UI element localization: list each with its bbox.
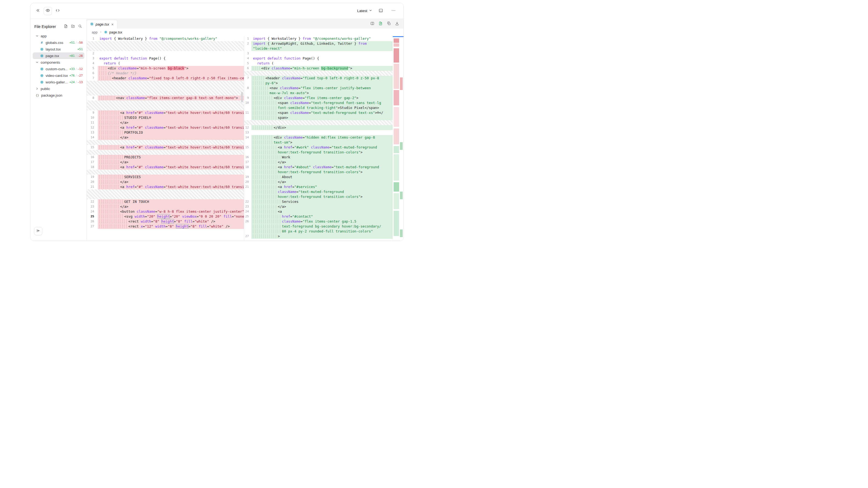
code-line-8[interactable]: 8 <nav className="flex items-center gap-… bbox=[87, 96, 244, 100]
code-text[interactable]: <header className="fixed top-0 left-0 ri… bbox=[251, 76, 393, 86]
code-text[interactable]: <a href="#" className="text-white hover:… bbox=[98, 145, 244, 150]
code-line-25[interactable]: 25 href="#contact" bbox=[244, 214, 393, 219]
code-line-22[interactable]: 22 GET IN TOUCH bbox=[87, 199, 244, 204]
tree-item-package.json[interactable]: {}package.json bbox=[33, 92, 84, 99]
code-text[interactable]: <a href="#about" className="text-muted-f… bbox=[251, 165, 393, 174]
code-line-15[interactable]: 15 <a href="#" className="text-white hov… bbox=[87, 145, 244, 150]
code-text[interactable]: <nav className="flex items-center justif… bbox=[251, 86, 393, 96]
code-text[interactable]: </a> bbox=[98, 135, 244, 140]
diff-pane-old[interactable]: 1import { WorksGallery } from "@/compone… bbox=[87, 36, 244, 241]
code-text[interactable]: return ( bbox=[98, 61, 244, 66]
close-tab-icon[interactable]: × bbox=[111, 23, 114, 26]
tree-item-page.tsx[interactable]: page.tsx+81/-28 bbox=[33, 53, 84, 59]
code-line-16[interactable]: 16 PROJECTS bbox=[87, 155, 244, 160]
code-line-20[interactable]: 20 </a> bbox=[244, 180, 393, 185]
code-text[interactable]: </a> bbox=[251, 160, 393, 165]
code-line-22[interactable]: 22 Services bbox=[244, 199, 393, 204]
version-dropdown[interactable]: Latest bbox=[357, 9, 372, 13]
code-text[interactable]: </a> bbox=[98, 204, 244, 209]
collapse-sidebar-button[interactable] bbox=[34, 227, 42, 235]
tree-item-globals.css[interactable]: #globals.css+51/-50 bbox=[33, 39, 84, 46]
code-text[interactable]: </a> bbox=[251, 204, 393, 209]
tree-item-video-card.tsx[interactable]: video-card.tsx+76/-27 bbox=[33, 72, 84, 79]
code-toggle-button[interactable] bbox=[54, 7, 62, 15]
code-line-18[interactable]: 18 <a href="#" className="text-white hov… bbox=[87, 165, 244, 170]
breadcrumb-file[interactable]: page.tsx bbox=[109, 30, 122, 34]
breadcrumb-root[interactable]: app bbox=[92, 30, 97, 34]
code-line-2[interactable]: 2import { ArrowUpRight, Github, Linkedin… bbox=[244, 41, 393, 51]
code-line-24[interactable]: 24 <a bbox=[244, 209, 393, 214]
code-text[interactable]: <nav className="flex items-center gap-8 … bbox=[98, 96, 244, 100]
more-menu-button[interactable] bbox=[389, 7, 398, 15]
preview-toggle-button[interactable] bbox=[44, 7, 52, 15]
code-text[interactable]: </a> bbox=[251, 180, 393, 185]
code-line-16[interactable]: 16 Work bbox=[244, 155, 393, 160]
tree-item-components[interactable]: components bbox=[33, 59, 84, 66]
code-line-14[interactable]: 14 <div className="hidden md:flex items-… bbox=[244, 135, 393, 145]
code-text[interactable]: {/* Header */} bbox=[98, 71, 244, 76]
tree-item-works-galler-[interactable]: works-galler…+24/-13 bbox=[33, 79, 84, 85]
code-line-6[interactable]: 6 {/* Header */} bbox=[87, 71, 244, 76]
code-line-21[interactable]: 21 <a href="#" className="text-white hov… bbox=[87, 185, 244, 189]
code-line-24[interactable]: 24 <button className="w-8 h-8 flex items… bbox=[87, 209, 244, 214]
code-line-9[interactable]: 9 <div className="flex items-center gap-… bbox=[244, 96, 393, 100]
code-text[interactable]: return ( bbox=[251, 61, 393, 66]
code-line-20[interactable]: 20 </a> bbox=[87, 180, 244, 185]
code-text[interactable]: <a href="#" className="text-white hover:… bbox=[98, 185, 244, 189]
code-text[interactable]: Work bbox=[251, 155, 393, 160]
code-line-1[interactable]: 1import { WorksGallery } from "@/compone… bbox=[244, 36, 393, 41]
code-line-3[interactable]: 3 bbox=[244, 51, 393, 56]
code-text[interactable]: <a href="#work" className="text-muted-fo… bbox=[251, 145, 393, 155]
new-file-button[interactable] bbox=[62, 23, 69, 30]
code-line-18[interactable]: 18 <a href="#about" className="text-mute… bbox=[244, 165, 393, 174]
code-line-2[interactable]: 2 bbox=[87, 51, 244, 56]
code-text[interactable] bbox=[251, 130, 393, 135]
code-line-10[interactable]: 10 <span className="text-foreground font… bbox=[244, 100, 393, 110]
code-text[interactable]: href="#contact" bbox=[251, 214, 393, 219]
code-text[interactable]: </div> bbox=[251, 125, 393, 130]
code-text[interactable]: <a href="#" className="text-white hover:… bbox=[98, 165, 244, 170]
code-text[interactable]: STUDIO PIXEL® bbox=[98, 115, 244, 120]
code-line-17[interactable]: 17 </a> bbox=[244, 160, 393, 165]
code-line-10[interactable]: 10 STUDIO PIXEL® bbox=[87, 115, 244, 120]
code-text[interactable]: <a href="#services" className="text-mute… bbox=[251, 185, 393, 199]
copy-button[interactable] bbox=[385, 21, 392, 27]
code-line-7[interactable]: 7 <header className="fixed top-0 left-0 … bbox=[244, 76, 393, 86]
code-line-25[interactable]: 25 <svg width="20" height="20" viewBox="… bbox=[87, 214, 244, 219]
code-text[interactable]: </a> bbox=[98, 180, 244, 185]
code-line-4[interactable]: 4export default function Page() { bbox=[244, 56, 393, 61]
code-text[interactable]: <div className="min-h-screen bg-backgrou… bbox=[251, 66, 393, 71]
code-line-12[interactable]: 12 </div> bbox=[244, 125, 393, 130]
code-line-6[interactable]: 6 <div className="min-h-screen bg-backgr… bbox=[244, 66, 393, 71]
tree-item-layout.tsx[interactable]: layout.tsx+51 bbox=[33, 46, 84, 53]
tree-item-custom-curs-[interactable]: custom-curs…+33/-12 bbox=[33, 66, 84, 72]
code-text[interactable]: export default function Page() { bbox=[251, 56, 393, 61]
code-line-1[interactable]: 1import { WorksGallery } from "@/compone… bbox=[87, 36, 244, 41]
scrollbar-thumb[interactable] bbox=[241, 92, 243, 102]
code-text[interactable] bbox=[98, 51, 244, 56]
tab-page-tsx[interactable]: page.tsx × bbox=[87, 20, 117, 29]
code-text[interactable]: <a bbox=[251, 209, 393, 214]
code-line-19[interactable]: 19 SERVICES bbox=[87, 174, 244, 180]
code-text[interactable]: export default function Page() { bbox=[98, 56, 244, 61]
new-folder-button[interactable] bbox=[69, 23, 76, 30]
code-line-8[interactable]: 8 <nav className="flex items-center just… bbox=[244, 86, 393, 96]
code-text[interactable]: > bbox=[251, 234, 393, 239]
search-button[interactable] bbox=[76, 23, 83, 30]
code-line-26[interactable]: 26 <rect width="8" height="8" fill="whit… bbox=[87, 219, 244, 224]
code-text[interactable]: import { ArrowUpRight, Github, Linkedin,… bbox=[251, 41, 393, 51]
code-line-5[interactable]: 5 return ( bbox=[244, 61, 393, 66]
code-line-21[interactable]: 21 <a href="#services" className="text-m… bbox=[244, 185, 393, 199]
code-line-11[interactable]: 11 <span className="text-muted-foregroun… bbox=[244, 110, 393, 120]
code-text[interactable]: <rect x="12" width="8" height="8" fill="… bbox=[98, 224, 244, 229]
split-view-button[interactable] bbox=[369, 21, 375, 27]
tree-item-app[interactable]: app bbox=[33, 33, 84, 39]
code-line-27[interactable]: 27 > bbox=[244, 234, 393, 239]
code-text[interactable]: <button className="w-8 h-8 flex items-ce… bbox=[98, 209, 244, 214]
code-line-27[interactable]: 27 <rect x="12" width="8" height="8" fil… bbox=[87, 224, 244, 229]
code-line-13[interactable]: 13 bbox=[244, 130, 393, 135]
code-line-15[interactable]: 15 <a href="#work" className="text-muted… bbox=[244, 145, 393, 155]
code-line-17[interactable]: 17 </a> bbox=[87, 160, 244, 165]
code-line-13[interactable]: 13 PORTFOLIO bbox=[87, 130, 244, 135]
code-text[interactable]: PORTFOLIO bbox=[98, 130, 244, 135]
